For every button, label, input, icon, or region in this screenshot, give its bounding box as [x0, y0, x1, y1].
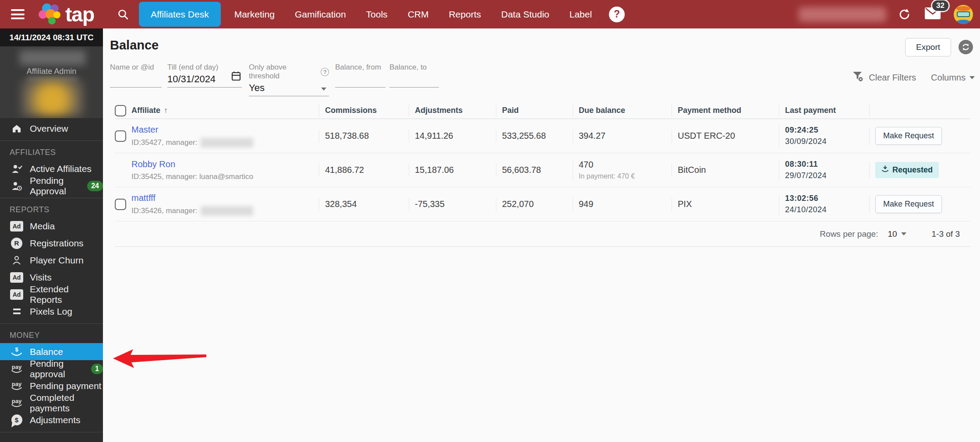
divider	[0, 140, 103, 141]
nav-label[interactable]: Label	[559, 9, 602, 20]
topbar: tap Affiliates Desk Marketing Gamificati…	[0, 0, 980, 28]
export-button[interactable]: Export	[905, 38, 951, 56]
last-payment-date: 30/09/2024	[785, 137, 827, 146]
profile-card: Affiliate Admin	[0, 46, 103, 118]
filter-name-or-id: Name or @id	[110, 63, 162, 88]
sidebar-item-label: Registrations	[30, 238, 84, 249]
sidebar-nav: Overview AFFILIATES Active Affiliates Pe…	[0, 118, 103, 432]
chevron-down-icon	[969, 76, 975, 79]
threshold-help-icon[interactable]: ?	[321, 68, 329, 76]
person-icon	[10, 255, 24, 266]
table-footer: Rows per page: 10 1-3 of 3	[115, 221, 970, 247]
sort-ascending-icon[interactable]: ↑	[164, 106, 168, 115]
header-last-payment[interactable]: Last payment	[779, 104, 869, 117]
sidebar-item-overview[interactable]: Overview	[0, 120, 103, 137]
lines-icon	[10, 309, 24, 314]
pay-icon: pay	[10, 364, 24, 374]
sidebar: 14/11/2024 08:31 UTC Affiliate Admin Ove…	[0, 28, 103, 442]
dollar-bubble-icon: $	[10, 414, 24, 425]
sidebar-item-balance[interactable]: $ Balance	[0, 343, 103, 360]
sidebar-item-extended-reports[interactable]: Ad Extended Reports	[0, 286, 103, 303]
filter-bar: Name or @id Till (end of day) 10/31/2024…	[103, 61, 980, 97]
sidebar-item-pending-approval[interactable]: Pending Approval 24	[0, 177, 103, 194]
select-all-checkbox[interactable]	[115, 105, 126, 116]
last-payment-time: 13:02:56	[785, 194, 818, 203]
columns-dropdown[interactable]: Columns	[931, 73, 975, 83]
sidebar-item-registrations[interactable]: R Registrations	[0, 235, 103, 252]
due-balance-value: 470	[579, 160, 593, 170]
row-checkbox[interactable]	[115, 199, 126, 210]
rows-per-page-select[interactable]: 10	[888, 229, 906, 239]
header-due-balance[interactable]: Due balance	[573, 104, 672, 117]
table-row: Master ID:35427, manager: 518,738.68 14,…	[115, 119, 970, 153]
sidebar-item-pixels-log[interactable]: Pixels Log	[0, 303, 103, 320]
ad-box-icon: Ad	[10, 272, 24, 283]
user-avatar[interactable]	[954, 5, 973, 24]
table-row: Robby Ron ID:35425, manager: luana@smart…	[115, 153, 970, 187]
app-root: tap Affiliates Desk Marketing Gamificati…	[0, 0, 980, 442]
chevron-down-icon	[321, 88, 326, 91]
sidebar-item-completed-payments[interactable]: pay Completed payments	[0, 394, 103, 411]
pagination-range: 1-3 of 3	[932, 229, 960, 239]
sidebar-item-player-churn[interactable]: Player Churn	[0, 252, 103, 269]
sidebar-item-media[interactable]: Ad Media	[0, 217, 103, 235]
sidebar-item-pending-payment[interactable]: pay Pending payment	[0, 377, 103, 394]
nav-crm[interactable]: CRM	[398, 9, 439, 20]
name-or-id-input[interactable]	[110, 72, 162, 88]
sidebar-item-money-pending-approval[interactable]: pay Pending approval 1	[0, 360, 103, 377]
row-checkbox[interactable]	[115, 130, 126, 142]
header-payment-method[interactable]: Payment method	[672, 104, 779, 117]
chevron-down-icon	[901, 232, 906, 235]
nav-data-studio[interactable]: Data Studio	[491, 9, 559, 20]
section-title-money: MONEY	[0, 327, 103, 343]
sync-icon[interactable]	[959, 40, 973, 54]
filter-only-above-threshold: Only above threshold ? Yes	[249, 63, 329, 96]
funnel-clear-icon	[853, 71, 864, 84]
nav-gamification[interactable]: Gamification	[285, 9, 356, 20]
nav-marketing[interactable]: Marketing	[224, 9, 285, 20]
header-adjustments[interactable]: Adjustments	[409, 104, 496, 117]
threshold-select[interactable]: Yes	[249, 81, 329, 96]
header-paid[interactable]: Paid	[496, 104, 573, 117]
affiliate-link[interactable]: Master	[131, 125, 158, 135]
sidebar-item-active-affiliates[interactable]: Active Affiliates	[0, 160, 103, 177]
pay-icon: pay	[10, 398, 24, 408]
sidebar-item-adjustments[interactable]: $ Adjustments	[0, 411, 103, 428]
calendar-icon[interactable]	[231, 71, 241, 84]
nav-tools[interactable]: Tools	[356, 9, 398, 20]
clear-filters-button[interactable]: Clear Filters	[853, 71, 916, 84]
till-date-input[interactable]: 10/31/2024	[167, 72, 242, 88]
paid-value: 533,255.68	[496, 130, 573, 143]
redacted-manager-name	[201, 206, 253, 216]
balance-from-input[interactable]	[335, 72, 386, 88]
ad-box-icon: Ad	[10, 221, 24, 232]
make-request-button[interactable]: Make Request	[875, 195, 942, 213]
clear-filters-label: Clear Filters	[869, 73, 916, 83]
refresh-icon[interactable]	[898, 7, 912, 21]
filter-actions: Clear Filters Columns	[853, 71, 975, 84]
filter-label: Till (end of day)	[167, 63, 242, 72]
affiliate-link[interactable]: Robby Ron	[131, 159, 175, 169]
adjustments-value: 14,911.26	[409, 130, 496, 143]
brand-name: tap	[65, 3, 94, 26]
header-affiliate[interactable]: Affiliate ↑	[131, 104, 319, 117]
hamburger-menu-icon[interactable]	[11, 7, 25, 22]
filter-label: Balance, from	[335, 63, 386, 72]
filter-label: Only above threshold	[249, 63, 318, 81]
nav-reports[interactable]: Reports	[439, 9, 491, 20]
sidebar-item-visits[interactable]: Ad Visits	[0, 269, 103, 286]
sidebar-item-label: Adjustments	[30, 415, 81, 425]
make-request-button[interactable]: Make Request	[875, 127, 942, 145]
brain-logo-icon	[39, 4, 63, 25]
requested-label: Requested	[892, 165, 933, 175]
header-commissions[interactable]: Commissions	[319, 104, 409, 117]
sidebar-item-label: Completed payments	[30, 393, 103, 414]
nav-affiliates-desk[interactable]: Affiliates Desk	[139, 2, 221, 27]
sidebar-timestamp: 14/11/2024 08:31 UTC	[0, 28, 103, 46]
affiliate-link[interactable]: mattfff	[131, 193, 156, 203]
notification-badge: 32	[932, 0, 948, 11]
balance-to-input[interactable]	[389, 72, 439, 88]
search-icon[interactable]	[117, 8, 129, 21]
help-icon[interactable]: ?	[609, 7, 625, 22]
mail-icon[interactable]: 32	[925, 7, 941, 21]
